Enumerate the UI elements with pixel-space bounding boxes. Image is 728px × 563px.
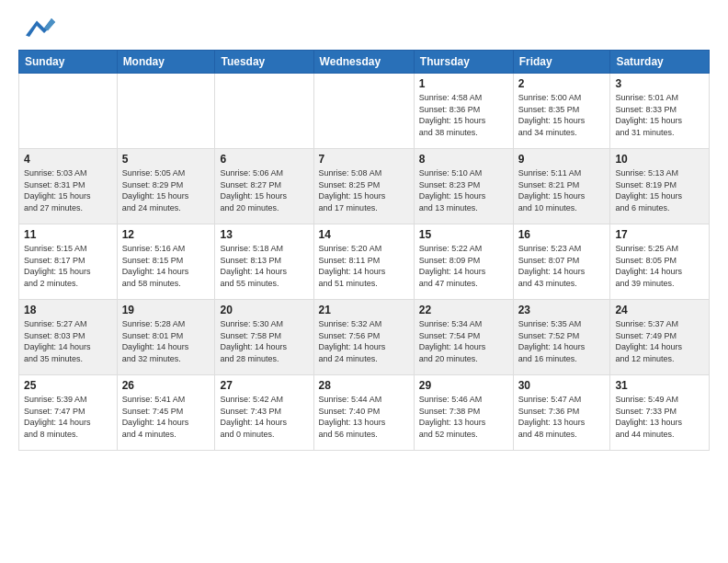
day-number: 21 bbox=[319, 304, 409, 316]
day-number: 2 bbox=[518, 77, 606, 90]
day-info: Sunrise: 5:00 AM Sunset: 8:35 PM Dayligh… bbox=[518, 92, 606, 138]
calendar-cell: 9Sunrise: 5:11 AM Sunset: 8:21 PM Daylig… bbox=[513, 149, 610, 224]
calendar-cell: 18Sunrise: 5:27 AM Sunset: 8:03 PM Dayli… bbox=[19, 300, 118, 375]
day-info: Sunrise: 5:13 AM Sunset: 8:19 PM Dayligh… bbox=[615, 167, 704, 213]
calendar-cell bbox=[215, 74, 313, 149]
day-number: 14 bbox=[319, 228, 409, 241]
weekday-header: Monday bbox=[117, 51, 215, 74]
calendar-cell: 30Sunrise: 5:47 AM Sunset: 7:36 PM Dayli… bbox=[513, 375, 610, 451]
day-info: Sunrise: 5:34 AM Sunset: 7:54 PM Dayligh… bbox=[419, 318, 508, 364]
day-number: 23 bbox=[518, 304, 606, 316]
calendar-cell: 29Sunrise: 5:46 AM Sunset: 7:38 PM Dayli… bbox=[414, 375, 513, 451]
weekday-header: Friday bbox=[513, 51, 610, 74]
day-info: Sunrise: 5:18 AM Sunset: 8:13 PM Dayligh… bbox=[220, 243, 308, 289]
day-info: Sunrise: 5:25 AM Sunset: 8:05 PM Dayligh… bbox=[615, 243, 704, 289]
header bbox=[18, 15, 710, 40]
calendar-cell: 13Sunrise: 5:18 AM Sunset: 8:13 PM Dayli… bbox=[215, 224, 313, 300]
day-info: Sunrise: 5:49 AM Sunset: 7:33 PM Dayligh… bbox=[615, 394, 704, 440]
logo bbox=[18, 15, 55, 40]
calendar-cell: 15Sunrise: 5:22 AM Sunset: 8:09 PM Dayli… bbox=[414, 224, 513, 300]
day-info: Sunrise: 5:35 AM Sunset: 7:52 PM Dayligh… bbox=[518, 318, 606, 364]
calendar-cell: 16Sunrise: 5:23 AM Sunset: 8:07 PM Dayli… bbox=[513, 224, 610, 300]
day-info: Sunrise: 4:58 AM Sunset: 8:36 PM Dayligh… bbox=[419, 92, 508, 138]
calendar-cell: 5Sunrise: 5:05 AM Sunset: 8:29 PM Daylig… bbox=[117, 149, 215, 224]
calendar-cell: 17Sunrise: 5:25 AM Sunset: 8:05 PM Dayli… bbox=[610, 224, 710, 300]
calendar-table: SundayMondayTuesdayWednesdayThursdayFrid… bbox=[18, 50, 710, 451]
day-number: 31 bbox=[615, 379, 704, 392]
day-number: 9 bbox=[518, 153, 606, 166]
day-info: Sunrise: 5:42 AM Sunset: 7:43 PM Dayligh… bbox=[220, 394, 308, 440]
day-info: Sunrise: 5:10 AM Sunset: 8:23 PM Dayligh… bbox=[419, 167, 508, 213]
day-number: 15 bbox=[419, 228, 508, 241]
day-number: 27 bbox=[220, 379, 308, 392]
day-info: Sunrise: 5:44 AM Sunset: 7:40 PM Dayligh… bbox=[319, 394, 409, 440]
calendar-cell: 2Sunrise: 5:00 AM Sunset: 8:35 PM Daylig… bbox=[513, 74, 610, 149]
calendar-cell: 12Sunrise: 5:16 AM Sunset: 8:15 PM Dayli… bbox=[117, 224, 215, 300]
day-number: 6 bbox=[220, 153, 308, 166]
day-info: Sunrise: 5:39 AM Sunset: 7:47 PM Dayligh… bbox=[24, 394, 112, 440]
day-number: 1 bbox=[419, 77, 508, 90]
calendar-cell: 22Sunrise: 5:34 AM Sunset: 7:54 PM Dayli… bbox=[414, 300, 513, 375]
day-info: Sunrise: 5:15 AM Sunset: 8:17 PM Dayligh… bbox=[24, 243, 112, 289]
day-info: Sunrise: 5:23 AM Sunset: 8:07 PM Dayligh… bbox=[518, 243, 606, 289]
day-number: 16 bbox=[518, 228, 606, 241]
day-number: 4 bbox=[24, 153, 112, 166]
day-number: 29 bbox=[419, 379, 508, 392]
calendar-cell bbox=[313, 74, 414, 149]
day-number: 24 bbox=[615, 304, 704, 316]
day-number: 26 bbox=[122, 379, 210, 392]
calendar-cell: 28Sunrise: 5:44 AM Sunset: 7:40 PM Dayli… bbox=[313, 375, 414, 451]
day-number: 11 bbox=[24, 228, 112, 241]
page: SundayMondayTuesdayWednesdayThursdayFrid… bbox=[0, 0, 728, 563]
calendar-cell: 11Sunrise: 5:15 AM Sunset: 8:17 PM Dayli… bbox=[19, 224, 118, 300]
weekday-header: Saturday bbox=[610, 51, 710, 74]
calendar-cell: 3Sunrise: 5:01 AM Sunset: 8:33 PM Daylig… bbox=[610, 74, 710, 149]
logo-icon bbox=[18, 15, 55, 40]
day-number: 3 bbox=[615, 77, 704, 90]
day-number: 22 bbox=[419, 304, 508, 316]
calendar-cell: 27Sunrise: 5:42 AM Sunset: 7:43 PM Dayli… bbox=[215, 375, 313, 451]
weekday-header: Thursday bbox=[414, 51, 513, 74]
day-number: 5 bbox=[122, 153, 210, 166]
day-info: Sunrise: 5:11 AM Sunset: 8:21 PM Dayligh… bbox=[518, 167, 606, 213]
day-number: 8 bbox=[419, 153, 508, 166]
day-info: Sunrise: 5:05 AM Sunset: 8:29 PM Dayligh… bbox=[122, 167, 210, 213]
calendar-cell: 23Sunrise: 5:35 AM Sunset: 7:52 PM Dayli… bbox=[513, 300, 610, 375]
day-info: Sunrise: 5:22 AM Sunset: 8:09 PM Dayligh… bbox=[419, 243, 508, 289]
day-number: 13 bbox=[220, 228, 308, 241]
day-info: Sunrise: 5:32 AM Sunset: 7:56 PM Dayligh… bbox=[319, 318, 409, 364]
day-number: 19 bbox=[122, 304, 210, 316]
day-number: 30 bbox=[518, 379, 606, 392]
calendar-cell: 21Sunrise: 5:32 AM Sunset: 7:56 PM Dayli… bbox=[313, 300, 414, 375]
svg-marker-1 bbox=[44, 18, 55, 31]
calendar-cell: 14Sunrise: 5:20 AM Sunset: 8:11 PM Dayli… bbox=[313, 224, 414, 300]
calendar-cell: 1Sunrise: 4:58 AM Sunset: 8:36 PM Daylig… bbox=[414, 74, 513, 149]
day-info: Sunrise: 5:30 AM Sunset: 7:58 PM Dayligh… bbox=[220, 318, 308, 364]
calendar-cell: 4Sunrise: 5:03 AM Sunset: 8:31 PM Daylig… bbox=[19, 149, 118, 224]
calendar-cell: 31Sunrise: 5:49 AM Sunset: 7:33 PM Dayli… bbox=[610, 375, 710, 451]
day-info: Sunrise: 5:01 AM Sunset: 8:33 PM Dayligh… bbox=[615, 92, 704, 138]
calendar-cell: 6Sunrise: 5:06 AM Sunset: 8:27 PM Daylig… bbox=[215, 149, 313, 224]
calendar-cell: 26Sunrise: 5:41 AM Sunset: 7:45 PM Dayli… bbox=[117, 375, 215, 451]
day-number: 25 bbox=[24, 379, 112, 392]
day-info: Sunrise: 5:46 AM Sunset: 7:38 PM Dayligh… bbox=[419, 394, 508, 440]
day-number: 18 bbox=[24, 304, 112, 316]
day-number: 20 bbox=[220, 304, 308, 316]
day-info: Sunrise: 5:37 AM Sunset: 7:49 PM Dayligh… bbox=[615, 318, 704, 364]
day-number: 17 bbox=[615, 228, 704, 241]
day-info: Sunrise: 5:41 AM Sunset: 7:45 PM Dayligh… bbox=[122, 394, 210, 440]
calendar-cell: 20Sunrise: 5:30 AM Sunset: 7:58 PM Dayli… bbox=[215, 300, 313, 375]
day-number: 10 bbox=[615, 153, 704, 166]
day-info: Sunrise: 5:06 AM Sunset: 8:27 PM Dayligh… bbox=[220, 167, 308, 213]
day-info: Sunrise: 5:27 AM Sunset: 8:03 PM Dayligh… bbox=[24, 318, 112, 364]
weekday-header: Wednesday bbox=[313, 51, 414, 74]
weekday-header: Tuesday bbox=[215, 51, 313, 74]
day-number: 12 bbox=[122, 228, 210, 241]
calendar-cell: 25Sunrise: 5:39 AM Sunset: 7:47 PM Dayli… bbox=[19, 375, 118, 451]
calendar-cell bbox=[117, 74, 215, 149]
day-number: 7 bbox=[319, 153, 409, 166]
calendar-cell: 24Sunrise: 5:37 AM Sunset: 7:49 PM Dayli… bbox=[610, 300, 710, 375]
weekday-header: Sunday bbox=[19, 51, 118, 74]
calendar-cell: 10Sunrise: 5:13 AM Sunset: 8:19 PM Dayli… bbox=[610, 149, 710, 224]
calendar-cell: 19Sunrise: 5:28 AM Sunset: 8:01 PM Dayli… bbox=[117, 300, 215, 375]
